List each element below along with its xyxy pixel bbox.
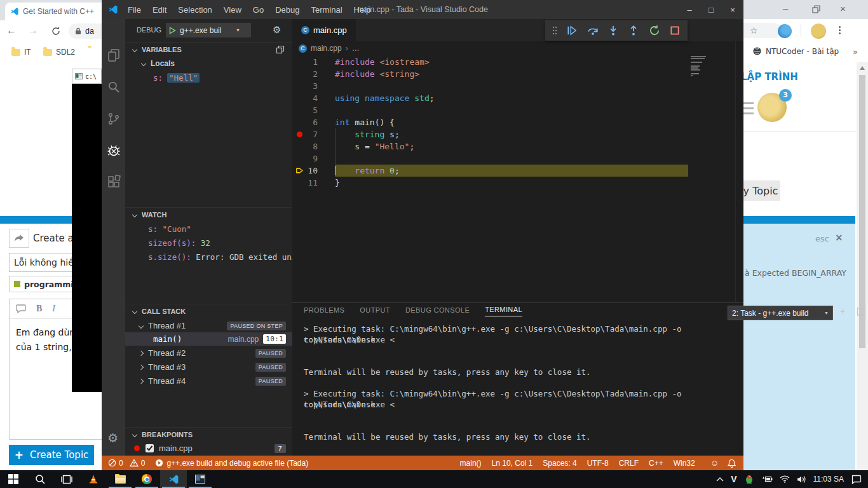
- split-terminal-icon[interactable]: [857, 307, 866, 316]
- bookmark-folder-it[interactable]: IT: [11, 48, 31, 57]
- menu-file[interactable]: File: [122, 5, 147, 15]
- status-ln-10-col-1[interactable]: Ln 10, Col 1: [492, 459, 533, 468]
- taskbar-clock[interactable]: 11:03 SA: [813, 475, 844, 484]
- back-icon[interactable]: ←: [6, 25, 17, 36]
- source-control-icon[interactable]: [106, 111, 121, 126]
- callstack-section-header[interactable]: CALL STACK: [125, 304, 292, 318]
- wifi-icon[interactable]: [780, 475, 790, 483]
- explorer-icon[interactable]: [106, 48, 121, 63]
- debug-icon[interactable]: [106, 143, 121, 158]
- status-spaces-4[interactable]: Spaces: 4: [543, 459, 576, 468]
- minimize-icon[interactable]: –: [679, 5, 700, 15]
- taskbar-explorer[interactable]: [107, 470, 133, 488]
- panel-tab-output[interactable]: OUTPUT: [360, 306, 390, 316]
- tray-parrot-icon[interactable]: [744, 475, 754, 484]
- browser-tab[interactable]: Get Started with C++: [5, 3, 112, 20]
- quote-bubble-icon[interactable]: [16, 304, 26, 313]
- notifications-bell-icon[interactable]: [728, 459, 736, 468]
- console-body[interactable]: [72, 84, 102, 392]
- thread-row[interactable]: Thread #4 PAUSED: [125, 374, 292, 388]
- taskbar-console[interactable]: [187, 470, 214, 488]
- breakpoint-checkbox[interactable]: [146, 444, 154, 452]
- tray-expand-icon[interactable]: [716, 477, 724, 482]
- reply-type-button[interactable]: [9, 229, 29, 248]
- taskbar-vscode[interactable]: [160, 470, 187, 488]
- topic-button[interactable]: y Topic: [741, 180, 780, 201]
- panel-tab-problems[interactable]: PROBLEMS: [304, 306, 344, 316]
- status-main-[interactable]: main(): [460, 459, 482, 468]
- minimap[interactable]: [689, 56, 735, 97]
- console-titlebar[interactable]: c:\: [72, 69, 102, 84]
- volume-icon[interactable]: [797, 475, 806, 484]
- action-center-icon[interactable]: [851, 475, 862, 484]
- battery-icon[interactable]: [761, 475, 773, 483]
- forward-icon[interactable]: →: [28, 25, 38, 36]
- task-status[interactable]: g++.exe build and debug active file (Tad…: [155, 459, 308, 468]
- debug-settings-gear-icon[interactable]: ⚙: [273, 24, 281, 36]
- menu-view[interactable]: View: [218, 5, 247, 15]
- locals-group[interactable]: Locals: [125, 57, 292, 70]
- status-c-[interactable]: C++: [649, 459, 663, 468]
- bookmarks-overflow-icon[interactable]: »: [853, 47, 858, 57]
- terminal-output[interactable]: > Executing task: C:\mingw64\bin\g++.exe…: [292, 320, 743, 456]
- browser-menu-icon[interactable]: [839, 25, 841, 36]
- feedback-smiley-icon[interactable]: ☺: [710, 458, 719, 468]
- dismiss-icon[interactable]: ×: [835, 232, 843, 243]
- task-view-button[interactable]: [53, 470, 80, 488]
- watch-item[interactable]: s: "Cuon": [125, 222, 292, 235]
- maximize-icon[interactable]: □: [700, 5, 722, 15]
- watch-section-header[interactable]: WATCH: [125, 207, 292, 222]
- italic-button[interactable]: I: [52, 304, 55, 314]
- status-crlf[interactable]: CRLF: [619, 459, 639, 468]
- collapse-all-icon[interactable]: [276, 45, 285, 54]
- status-win32[interactable]: Win32: [674, 459, 695, 468]
- restore-icon[interactable]: [812, 5, 820, 13]
- taskbar-vlc[interactable]: [80, 470, 107, 488]
- breakpoint-row[interactable]: main.cpp 7: [125, 442, 292, 455]
- terminal-select[interactable]: 2: Task - g++.exe build ▼: [728, 306, 833, 320]
- reload-icon[interactable]: [51, 26, 61, 36]
- taskbar-search-button[interactable]: [27, 470, 53, 488]
- start-button[interactable]: [0, 470, 27, 488]
- menu-edit[interactable]: Edit: [147, 5, 172, 15]
- close-icon[interactable]: ×: [840, 3, 846, 14]
- menu-go[interactable]: Go: [247, 5, 269, 15]
- create-topic-button[interactable]: + Create Topic: [9, 445, 94, 465]
- code-editor[interactable]: 1#include <iostream>2#include <string>34…: [292, 19, 743, 302]
- watch-item[interactable]: s.size(): Error: GDB exited un…: [125, 250, 292, 263]
- extensions-icon[interactable]: [106, 175, 121, 190]
- debug-config-dropdown[interactable]: g++.exe buil ▼: [166, 23, 251, 37]
- bookmark-ntucoder[interactable]: NTUCoder - Bài tập: [752, 46, 839, 56]
- bookmark-star-icon[interactable]: ☆: [750, 25, 758, 36]
- minimize-icon[interactable]: –: [783, 3, 788, 13]
- panel-tab-debug-console[interactable]: DEBUG CONSOLE: [405, 306, 470, 316]
- bold-button[interactable]: B: [36, 304, 42, 314]
- problems-status[interactable]: 0 0: [108, 459, 145, 468]
- watch-item[interactable]: sizeof(s): 32: [125, 236, 292, 249]
- menu-help[interactable]: Help: [348, 5, 377, 15]
- settings-gear-icon[interactable]: ⚙: [107, 431, 118, 445]
- tray-app-v-icon[interactable]: V: [731, 474, 736, 484]
- close-icon[interactable]: ×: [722, 5, 743, 15]
- thread-row[interactable]: Thread #1 PAUSED ON STEP: [125, 319, 292, 332]
- stack-frame-row[interactable]: main() main.cpp 10:1: [125, 332, 292, 346]
- status-utf-8[interactable]: UTF-8: [587, 459, 609, 468]
- panel-tab-terminal[interactable]: TERMINAL: [485, 306, 522, 316]
- start-debug-icon[interactable]: [169, 27, 176, 34]
- menu-debug[interactable]: Debug: [269, 5, 305, 15]
- variable-row[interactable]: s: "Hell": [125, 71, 292, 84]
- breakpoints-section-header[interactable]: BREAKPOINTS: [125, 427, 292, 442]
- extension-icon[interactable]: [778, 24, 792, 38]
- variables-section-header[interactable]: VARIABLES: [125, 42, 292, 57]
- editor-scrollbar[interactable]: [735, 41, 736, 302]
- menu-terminal[interactable]: Terminal: [305, 5, 348, 15]
- menu-selection[interactable]: Selection: [172, 5, 217, 15]
- taskbar-chrome[interactable]: [133, 470, 160, 488]
- category-heading[interactable]: LẬP TRÌNH: [741, 71, 798, 83]
- page-scrollbar[interactable]: [857, 62, 868, 470]
- bookmark-folder-sdl2[interactable]: SDL2: [43, 48, 75, 57]
- profile-avatar[interactable]: [811, 24, 826, 39]
- search-icon[interactable]: [106, 79, 121, 95]
- new-terminal-icon[interactable]: +: [836, 306, 850, 316]
- thread-row[interactable]: Thread #3 PAUSED: [125, 360, 292, 374]
